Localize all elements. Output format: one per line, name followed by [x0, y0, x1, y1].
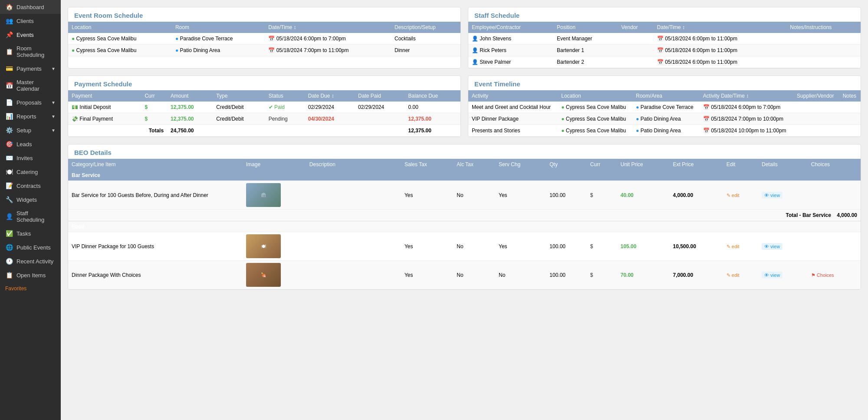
- col-unit-price: Unit Price: [617, 159, 670, 170]
- location-cell: ● Cypress Sea Cove Malibu: [68, 45, 172, 56]
- sidebar-item-label: Leads: [16, 141, 56, 148]
- choices-button[interactable]: ⚑ Choices: [811, 272, 834, 278]
- sidebar-item-reports[interactable]: 📊 Reports ▼: [0, 109, 61, 123]
- choices-cell[interactable]: [808, 181, 861, 210]
- status-badge: ✔ Paid: [269, 104, 285, 110]
- choices-cell[interactable]: ⚑ Choices: [808, 261, 861, 289]
- leads-icon: 🎯: [5, 141, 13, 148]
- alc-tax-cell: No: [453, 232, 495, 261]
- room-scheduling-icon: 📋: [5, 48, 13, 55]
- location-cell: ● Cypress Sea Cove Malibu: [558, 113, 632, 125]
- sidebar-item-label: Invites: [16, 155, 56, 161]
- sidebar-item-widgets[interactable]: 🔧 Widgets: [0, 193, 61, 207]
- col-curr: Curr: [141, 90, 167, 102]
- col-image: Image: [243, 159, 306, 170]
- sidebar-item-open-items[interactable]: 📋 Open Items: [0, 268, 61, 282]
- empty-cell: [213, 125, 404, 137]
- sidebar-item-proposals[interactable]: 📄 Proposals ▼: [0, 95, 61, 109]
- sidebar-item-master-calendar[interactable]: 📅 Master Calendar: [0, 75, 61, 95]
- sales-tax-cell: Yes: [401, 181, 453, 210]
- alc-tax-cell: No: [453, 261, 495, 289]
- payments-icon: 💳: [5, 65, 13, 72]
- col-vendor: Vendor: [618, 22, 653, 33]
- sidebar-item-label: Public Events: [16, 244, 56, 251]
- proposals-icon: 📄: [5, 99, 13, 106]
- col-employee: Employee/Contractor: [468, 22, 553, 33]
- notes-cell: [839, 113, 861, 125]
- edit-cell[interactable]: ✎ edit: [723, 181, 758, 210]
- sidebar-item-room-scheduling[interactable]: 📋 Room Scheduling: [0, 42, 61, 62]
- curr-cell: $: [587, 181, 617, 210]
- col-location: Location: [558, 90, 632, 102]
- col-datetime: Date/Time ↕: [654, 22, 786, 33]
- edit-cell[interactable]: ✎ edit: [723, 261, 758, 289]
- table-row: VIP Dinner Package ● Cypress Sea Cove Ma…: [468, 113, 861, 125]
- invites-icon: ✉️: [5, 154, 13, 161]
- sidebar-item-label: Clients: [16, 18, 56, 24]
- sidebar-item-setup[interactable]: ⚙️ Setup ▼: [0, 123, 61, 137]
- sidebar-item-label: Tasks: [16, 230, 56, 237]
- sidebar-item-invites[interactable]: ✉️ Invites: [0, 151, 61, 165]
- sidebar-item-label: Events: [16, 32, 56, 38]
- room-cell: ● Patio Dining Area: [632, 113, 700, 125]
- sidebar-item-clients[interactable]: 👥 Clients: [0, 14, 61, 28]
- serv-chg-cell: Yes: [495, 232, 546, 261]
- view-button[interactable]: 👁 view: [762, 243, 783, 250]
- choices-cell[interactable]: [808, 232, 861, 261]
- beo-section-row: Food: [68, 221, 861, 232]
- public-events-icon: 🌐: [5, 244, 13, 251]
- staff-schedule-table: Employee/Contractor Position Vendor Date…: [468, 22, 861, 68]
- view-cell[interactable]: 👁 view: [758, 232, 808, 261]
- sidebar-item-staff-scheduling[interactable]: 👤 Staff Scheduling: [0, 207, 61, 226]
- employee-cell: 👤 Steve Palmer: [468, 56, 553, 68]
- date-paid-cell: [355, 113, 404, 125]
- item-image-cell: 🏛️: [243, 181, 306, 210]
- curr-cell: $: [141, 102, 167, 113]
- position-cell: Bartender 1: [553, 45, 618, 56]
- sidebar-item-dashboard[interactable]: 🏠 Dashboard: [0, 0, 61, 14]
- sidebar-item-tasks[interactable]: ✅ Tasks: [0, 226, 61, 240]
- edit-button[interactable]: ✎ edit: [727, 272, 740, 278]
- total-amount-cell: 24,750.00: [167, 125, 213, 137]
- description-cell: [306, 261, 401, 289]
- edit-button[interactable]: ✎ edit: [727, 244, 740, 249]
- view-button[interactable]: 👁 view: [762, 272, 783, 279]
- sidebar-item-events[interactable]: 📌 Events: [0, 28, 61, 42]
- staff-icon: 👤: [5, 213, 13, 220]
- sidebar-item-leads[interactable]: 🎯 Leads: [0, 137, 61, 151]
- ext-price-cell: 7,000.00: [669, 261, 723, 289]
- chevron-down-icon: ▼: [51, 100, 56, 105]
- qty-cell: 100.00: [546, 232, 587, 261]
- view-button[interactable]: 👁 view: [762, 192, 783, 199]
- sidebar-item-label: Payments: [16, 66, 48, 72]
- sidebar-item-public-events[interactable]: 🌐 Public Events: [0, 240, 61, 254]
- clients-icon: 👥: [5, 17, 13, 24]
- sidebar-item-payments[interactable]: 💳 Payments ▼: [0, 62, 61, 75]
- datetime-cell: 📅 05/18/2024 6:00pm to 11:00pm: [654, 56, 786, 68]
- col-position: Position: [553, 22, 618, 33]
- sidebar-item-label: Open Items: [16, 272, 56, 279]
- edit-cell[interactable]: ✎ edit: [723, 232, 758, 261]
- col-sales-tax: Sales Tax: [401, 159, 453, 170]
- activity-cell: VIP Dinner Package: [468, 113, 558, 125]
- item-image-cell: 🍽️: [243, 232, 306, 261]
- sidebar-item-recent-activity[interactable]: 🕐 Recent Activity: [0, 254, 61, 268]
- col-category-line-item: Category/Line Item: [68, 159, 243, 170]
- widgets-icon: 🔧: [5, 196, 13, 203]
- type-cell: Credit/Debit: [213, 102, 265, 113]
- notes-cell: [786, 45, 861, 56]
- staff-schedule-card: Staff Schedule Employee/Contractor Posit…: [468, 7, 861, 69]
- edit-button[interactable]: ✎ edit: [727, 193, 740, 198]
- vendor-cell: [793, 125, 839, 137]
- col-payment: Payment: [68, 90, 141, 102]
- open-items-icon: 📋: [5, 272, 13, 279]
- sidebar-item-label: Setup: [16, 127, 48, 134]
- unit-price-cell: 105.00: [617, 232, 670, 261]
- room-cell: ● Paradise Cove Terrace: [172, 33, 265, 45]
- sidebar-item-catering[interactable]: 🍽️ Catering: [0, 165, 61, 179]
- view-cell[interactable]: 👁 view: [758, 261, 808, 289]
- sidebar-item-contracts[interactable]: 📝 Contracts: [0, 179, 61, 193]
- payment-schedule-table: Payment Curr Amount Type Status Date Due…: [68, 90, 460, 137]
- qty-cell: 100.00: [546, 261, 587, 289]
- view-cell[interactable]: 👁 view: [758, 181, 808, 210]
